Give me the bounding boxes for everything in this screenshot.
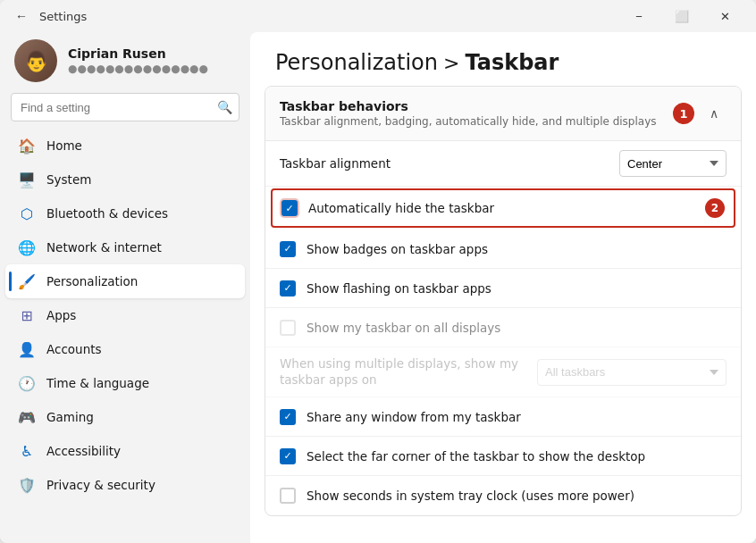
section-header-actions: 1 ∧ [673, 101, 727, 126]
apps-icon: ⊞ [18, 306, 36, 324]
sidebar-item-accounts-label: Accounts [46, 342, 102, 356]
setting-row-multiple-displays: When using multiple displays, show my ta… [265, 347, 741, 397]
title-bar: ← Settings − ⬜ ✕ [0, 0, 756, 32]
sidebar-item-home-label: Home [46, 138, 82, 153]
section-header: Taskbar behaviors Taskbar alignment, bad… [265, 87, 741, 141]
far-corner-label: Select the far corner of the taskbar to … [307, 449, 727, 464]
alignment-select-wrap: Center Left [619, 150, 727, 177]
sidebar-item-network[interactable]: 🌐 Network & internet [5, 230, 245, 264]
show-flashing-checkbox[interactable] [280, 280, 296, 297]
minimize-button[interactable]: − [618, 2, 659, 30]
gaming-icon: 🎮 [18, 408, 36, 426]
far-corner-checkbox[interactable] [280, 448, 296, 464]
sidebar-item-personalization[interactable]: 🖌️ Personalization [5, 264, 245, 298]
sidebar-item-apps-label: Apps [46, 308, 76, 322]
section-title: Taskbar behaviors [280, 99, 657, 113]
user-email: ●●●●●●●●●●●●●●● [68, 63, 208, 75]
setting-row-auto-hide: Automatically hide the taskbar 2 [271, 188, 735, 228]
user-name: Ciprian Rusen [68, 46, 208, 61]
privacy-icon: 🛡️ [18, 476, 36, 494]
system-icon: 🖥️ [18, 171, 36, 188]
sidebar-item-time-label: Time & language [46, 376, 149, 390]
settings-window: ← Settings − ⬜ ✕ 👨 Ciprian Rusen ●●●●●●●… [0, 0, 756, 543]
multiple-displays-label: When using multiple displays, show my ta… [280, 356, 537, 388]
main-content: 👨 Ciprian Rusen ●●●●●●●●●●●●●●● 🔍 🏠 Home… [0, 32, 756, 543]
setting-row-alignment: Taskbar alignment Center Left [265, 141, 741, 187]
sidebar-item-system[interactable]: 🖥️ System [5, 163, 245, 196]
maximize-button[interactable]: ⬜ [661, 2, 702, 30]
auto-hide-label: Automatically hide the taskbar [308, 201, 698, 215]
sidebar: 👨 Ciprian Rusen ●●●●●●●●●●●●●●● 🔍 🏠 Home… [0, 32, 250, 543]
breadcrumb: Personalization > Taskbar [250, 32, 756, 86]
user-section: 👨 Ciprian Rusen ●●●●●●●●●●●●●●● [0, 32, 250, 93]
sidebar-item-privacy-label: Privacy & security [46, 478, 155, 492]
search-box: 🔍 [11, 93, 239, 121]
setting-row-show-seconds: Show seconds in system tray clock (uses … [265, 476, 741, 515]
sidebar-item-system-label: System [46, 172, 91, 187]
multiple-displays-select-wrap: All taskbars Main taskbar only Taskbar w… [537, 359, 727, 386]
window-controls: − ⬜ ✕ [618, 2, 745, 30]
back-button[interactable]: ← [11, 5, 32, 27]
search-input[interactable] [11, 93, 239, 121]
sidebar-item-bluetooth-label: Bluetooth & devices [46, 206, 168, 221]
sidebar-item-network-label: Network & internet [46, 240, 162, 255]
sidebar-item-time[interactable]: 🕐 Time & language [5, 366, 245, 400]
alignment-label: Taskbar alignment [280, 156, 619, 171]
section-subtitle: Taskbar alignment, badging, automaticall… [280, 115, 657, 128]
window-title: Settings [39, 10, 87, 23]
sidebar-item-personalization-label: Personalization [46, 274, 138, 288]
all-displays-checkbox[interactable] [280, 320, 296, 336]
personalization-icon: 🖌️ [18, 272, 36, 290]
sidebar-item-home[interactable]: 🏠 Home [5, 129, 245, 163]
setting-row-show-badges: Show badges on taskbar apps [265, 230, 741, 269]
sidebar-item-privacy[interactable]: 🛡️ Privacy & security [5, 468, 245, 502]
close-button[interactable]: ✕ [704, 2, 745, 30]
taskbar-behaviors-section: Taskbar behaviors Taskbar alignment, bad… [265, 86, 742, 516]
sidebar-item-gaming-label: Gaming [46, 410, 94, 424]
auto-hide-row-wrapper: Automatically hide the taskbar 2 [265, 187, 741, 230]
sidebar-item-apps[interactable]: ⊞ Apps [5, 298, 245, 332]
share-window-label: Share any window from my taskbar [307, 410, 727, 424]
section-collapse-button[interactable]: ∧ [701, 101, 727, 126]
alignment-dropdown[interactable]: Center Left [619, 150, 727, 177]
user-info: Ciprian Rusen ●●●●●●●●●●●●●●● [68, 46, 208, 75]
accessibility-icon: ♿ [18, 442, 36, 460]
show-badges-label: Show badges on taskbar apps [307, 242, 727, 256]
all-displays-label: Show my taskbar on all displays [307, 321, 727, 335]
network-icon: 🌐 [18, 238, 36, 256]
home-icon: 🏠 [18, 137, 36, 155]
avatar-image: 👨 [14, 39, 57, 82]
breadcrumb-current: Taskbar [465, 50, 559, 75]
sidebar-item-accessibility-label: Accessibility [46, 444, 121, 458]
section-header-info: Taskbar behaviors Taskbar alignment, bad… [280, 99, 657, 128]
content-area: Personalization > Taskbar Taskbar behavi… [250, 32, 756, 543]
section-badge: 1 [673, 103, 694, 124]
setting-row-show-flashing: Show flashing on taskbar apps [265, 269, 741, 308]
time-icon: 🕐 [18, 374, 36, 392]
multiple-displays-dropdown[interactable]: All taskbars Main taskbar only Taskbar w… [537, 359, 727, 386]
sidebar-item-accessibility[interactable]: ♿ Accessibility [5, 434, 245, 468]
accounts-icon: 👤 [18, 340, 36, 358]
setting-row-far-corner: Select the far corner of the taskbar to … [265, 437, 741, 476]
breadcrumb-separator: > [443, 52, 459, 74]
sidebar-item-gaming[interactable]: 🎮 Gaming [5, 400, 245, 434]
show-seconds-label: Show seconds in system tray clock (uses … [307, 489, 727, 503]
sidebar-item-bluetooth[interactable]: ⬡ Bluetooth & devices [5, 196, 245, 230]
share-window-checkbox[interactable] [280, 409, 296, 425]
show-badges-checkbox[interactable] [280, 241, 296, 257]
setting-row-share-window: Share any window from my taskbar [265, 397, 741, 437]
bluetooth-icon: ⬡ [18, 205, 36, 222]
auto-hide-checkbox[interactable] [281, 200, 298, 216]
show-flashing-label: Show flashing on taskbar apps [307, 281, 727, 296]
sidebar-item-accounts[interactable]: 👤 Accounts [5, 332, 245, 366]
breadcrumb-parent: Personalization [275, 50, 438, 75]
setting-row-all-displays: Show my taskbar on all displays [265, 308, 741, 347]
show-seconds-checkbox[interactable] [280, 488, 296, 504]
avatar: 👨 [14, 39, 57, 82]
auto-hide-badge: 2 [705, 198, 725, 218]
